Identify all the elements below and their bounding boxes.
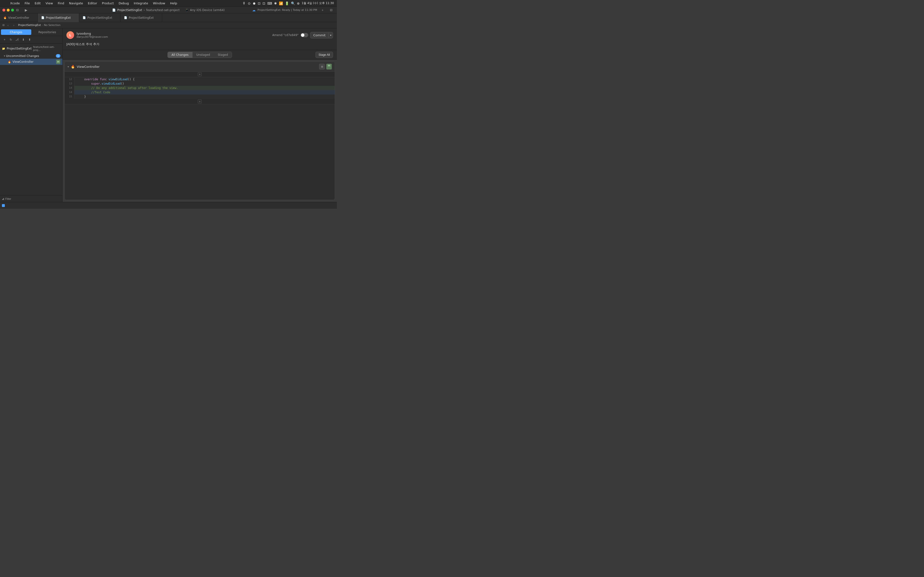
traffic-lights xyxy=(2,9,14,11)
wifi-icon[interactable]: 📶 xyxy=(279,2,283,5)
changes-tab-unstaged[interactable]: Unstaged xyxy=(192,52,214,58)
menu-find[interactable]: Find xyxy=(55,1,67,5)
tab-close-0[interactable]: × xyxy=(31,16,34,19)
menu-editor[interactable]: Editor xyxy=(86,1,99,5)
uncommitted-group: ▾ Uncommitted Changes 1 🔥 ViewController… xyxy=(0,53,62,65)
commit-message-input[interactable] xyxy=(66,41,333,47)
menu-view[interactable]: View xyxy=(43,1,55,5)
diff-line-14a: 14 // Do any additional setup after load… xyxy=(65,86,335,90)
sidebar-push-button[interactable]: ⬆ xyxy=(27,37,32,42)
datetime-display: 1월 4일 (수) 오후 11:30 xyxy=(302,1,334,5)
diff-collapse-button[interactable]: ▾ xyxy=(68,65,69,68)
commit-user-info: lyoodong dwryu3079@naver.com xyxy=(76,32,270,39)
commit-username: lyoodong xyxy=(76,32,270,35)
diff-file-type-icon: 🔥 xyxy=(71,64,75,69)
toggle-thumb xyxy=(301,34,304,37)
changes-tab-all[interactable]: All Changes xyxy=(168,52,192,58)
breadcrumb-project[interactable]: ProjectSettingExt xyxy=(18,24,41,27)
github-icon[interactable]: ⊙ xyxy=(248,2,251,5)
sidebar-tab-repositories[interactable]: Repositories xyxy=(32,28,63,36)
apple-menu[interactable] xyxy=(3,3,8,4)
sidebar-toggle-icon[interactable]: ⊟ xyxy=(2,24,5,27)
tab-close-2[interactable]: × xyxy=(113,16,117,19)
close-button[interactable] xyxy=(2,9,5,11)
line-content-14a: // Do any additional setup after loading… xyxy=(74,86,335,90)
sidebar-add-button[interactable]: + xyxy=(2,37,7,42)
tab-close-3[interactable]: × xyxy=(155,16,158,19)
microphone-icon[interactable]: 🎙 xyxy=(242,2,246,5)
uncommitted-count: 1 xyxy=(56,54,60,58)
uncommitted-label: Uncommitted Changes xyxy=(6,54,55,58)
sidebar-fetch-button[interactable]: ⬇ xyxy=(21,37,26,42)
commit-button-label[interactable]: Commit xyxy=(310,32,328,38)
menu-xcode[interactable]: Xcode xyxy=(8,1,22,5)
menu-file[interactable]: File xyxy=(22,1,32,5)
control-icon[interactable]: ⊕ xyxy=(297,2,300,5)
tab-0[interactable]: 🔥 ViewController × xyxy=(0,13,38,22)
breadcrumb-forward-button[interactable]: › xyxy=(11,23,16,27)
line-content-14b: //Test Code xyxy=(74,90,335,95)
commit-button-group: Commit ▾ xyxy=(310,32,333,39)
sidebar-branch-button[interactable]: ⎇ xyxy=(15,37,20,42)
branch-sep: › xyxy=(144,8,145,12)
filter-label: Filter xyxy=(5,197,11,200)
main-layout: Changes Repositories + ↻ ⎇ ⬇ ⬆ 📁 Project… xyxy=(0,28,337,202)
add-tab-button[interactable]: ＋ xyxy=(319,7,326,13)
minimize-button[interactable] xyxy=(7,9,10,11)
menu-navigate[interactable]: Navigate xyxy=(67,1,86,5)
tab-2[interactable]: 📄 ProjectSettingExt × xyxy=(79,13,121,22)
menu-edit[interactable]: Edit xyxy=(32,1,43,5)
changes-tab-staged[interactable]: Staged xyxy=(214,52,232,58)
line-content-13: super.viewDidLoad() xyxy=(74,82,335,86)
sidebar-toggle-button[interactable]: ⊟ xyxy=(14,7,21,13)
record-icon[interactable]: ⏺ xyxy=(252,2,256,5)
diff-line-13: 13 super.viewDidLoad() xyxy=(65,82,335,86)
airplay-icon[interactable]: ⊡ xyxy=(263,2,265,5)
commit-actions: Amend "cd7e849" Commit ▾ xyxy=(272,32,333,39)
toolbar-actions: ▶ xyxy=(23,7,29,13)
tab-label-1: ProjectSettingExt xyxy=(46,16,71,19)
sidebar-tab-group: Changes Repositories xyxy=(0,28,62,36)
editor-layout-button[interactable]: ⊟ xyxy=(328,7,334,13)
tab-1[interactable]: 📄 ProjectSettingExt × xyxy=(38,13,79,22)
diff-code-block: ⊟ 12 override func viewDidLoad() { 13 su… xyxy=(65,72,335,104)
sidebar: Changes Repositories + ↻ ⎇ ⬇ ⬆ 📁 Project… xyxy=(0,28,63,202)
menu-integrate[interactable]: Integrate xyxy=(131,1,151,5)
file-item-viewcontroller[interactable]: 🔥 ViewController M xyxy=(0,59,62,65)
amend-toggle[interactable] xyxy=(300,33,308,37)
menu-product[interactable]: Product xyxy=(100,1,116,5)
menu-debug[interactable]: Debug xyxy=(116,1,131,5)
search-icon[interactable]: 🔍 xyxy=(291,2,295,5)
bluetooth-icon[interactable]: ✱ xyxy=(274,2,277,5)
stage-all-button[interactable]: Stage All xyxy=(315,52,333,58)
expand-icon-bottom[interactable]: ⊟ xyxy=(198,100,202,103)
diff-expand-bottom: ⊟ xyxy=(65,99,335,104)
breadcrumb-back-button[interactable]: ‹ xyxy=(5,23,10,27)
run-button[interactable]: ▶ xyxy=(23,7,29,13)
uncommitted-header[interactable]: ▾ Uncommitted Changes 1 xyxy=(0,53,62,59)
keyboard-icon[interactable]: ⌨ xyxy=(267,2,272,5)
menu-help[interactable]: Help xyxy=(168,1,180,5)
filter-button[interactable]: Filter xyxy=(5,197,11,200)
battery-icon[interactable]: 🔋 xyxy=(285,2,289,5)
diff-expand-top: ⊟ xyxy=(65,72,335,77)
sidebar-project-name: ProjectSettingExt xyxy=(7,47,32,50)
sidebar-refresh-button[interactable]: ↻ xyxy=(8,37,13,42)
line-num-14b: 14 xyxy=(65,90,74,95)
status-icon: ☁ xyxy=(252,8,255,12)
diff-file-header: ▾ 🔥 ViewController ⊞ M xyxy=(65,62,335,72)
diff-file-name: ViewController xyxy=(77,65,100,69)
project-icon: 📄 xyxy=(112,8,116,12)
sidebar-tab-changes[interactable]: Changes xyxy=(1,29,31,35)
tab-label-2: ProjectSettingExt xyxy=(87,16,112,19)
menu-window[interactable]: Window xyxy=(150,1,168,5)
diff-line-15: 15 } xyxy=(65,95,335,99)
breadcrumb-selection[interactable]: No Selection xyxy=(44,24,60,27)
commit-dropdown-arrow[interactable]: ▾ xyxy=(328,33,333,38)
maximize-button[interactable] xyxy=(11,9,14,11)
diff-split-button[interactable]: ⊞ xyxy=(319,64,325,69)
tab-3[interactable]: 📄 ProjectSettingExt × xyxy=(121,13,162,22)
display-icon[interactable]: ⊡ xyxy=(258,2,261,5)
expand-icon-top[interactable]: ⊟ xyxy=(198,73,202,76)
tab-close-1[interactable]: × xyxy=(72,16,76,19)
